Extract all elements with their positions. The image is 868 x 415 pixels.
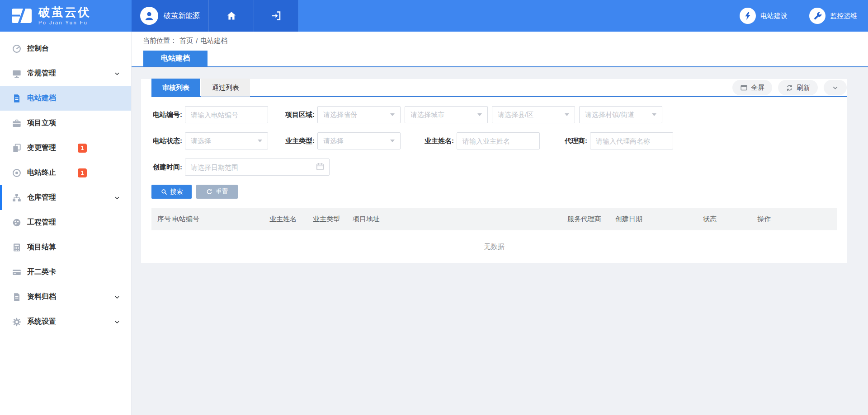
user-icon	[143, 10, 155, 22]
signin-icon	[270, 10, 282, 22]
table-header-cell: 创建日期	[615, 215, 703, 224]
logo-subtitle: Po Jian Yun Fu	[38, 20, 91, 25]
search-icon	[160, 188, 168, 196]
table-header-cell: 项目地址	[353, 215, 567, 224]
filter-form: 电站编号: 项目区域: 请选择省份 请选择城市 请选择县/区	[141, 97, 847, 176]
owner-name-label: 业主姓名:	[423, 137, 454, 145]
topbar-right-nav: 电站建设 监控运维	[740, 0, 868, 32]
sidebar-item-data-archive[interactable]: 资料归档	[0, 284, 131, 309]
refresh-label: 刷新	[797, 84, 810, 92]
city-select-value: 请选择城市	[410, 111, 444, 119]
station-status-value: 请选择	[191, 137, 211, 145]
nav-monitor-ops[interactable]: 监控运维	[809, 8, 857, 24]
sidebar-item-station-terminate[interactable]: 电站终止 1	[0, 160, 131, 185]
tab-review-list[interactable]: 审核列表	[151, 79, 200, 97]
logo-text: 破茧云伏 Po Jian Yun Fu	[38, 6, 91, 25]
chevron-down-icon	[114, 319, 120, 325]
chevron-down-icon	[114, 195, 120, 201]
meter-icon	[12, 218, 22, 228]
table-header-cell: 状态	[703, 215, 757, 224]
lightning-icon	[740, 8, 756, 24]
region-label: 项目区域:	[284, 111, 315, 119]
user-menu[interactable]: 破茧新能源	[132, 0, 209, 32]
refresh-button[interactable]: 刷新	[778, 80, 818, 95]
fullscreen-icon	[740, 84, 748, 92]
fullscreen-button[interactable]: 全屏	[732, 80, 772, 95]
logo-icon	[11, 8, 33, 24]
create-time-label: 创建时间:	[151, 163, 182, 172]
sidebar-item-station-archive[interactable]: 电站建档	[0, 86, 131, 111]
sidebar-item-label: 常规管理	[27, 69, 78, 78]
sidebar-item-warehouse-mgmt[interactable]: 仓库管理	[0, 185, 131, 210]
sidebar-item-open-card[interactable]: 开二类卡	[0, 260, 131, 284]
active-accent-bar	[0, 185, 2, 210]
results-table: 序号 电站编号 业主姓名 业主类型 项目地址 服务代理商 创建日期 状态 操作 …	[151, 208, 837, 263]
breadcrumb-separator: /	[196, 37, 198, 45]
date-range-input[interactable]	[185, 159, 330, 176]
station-status-select[interactable]: 请选择	[185, 132, 268, 149]
caret-down-icon	[258, 140, 262, 142]
sidebar-item-label: 资料归档	[27, 292, 78, 302]
agent-label: 代理商:	[557, 137, 587, 145]
home-icon	[226, 10, 237, 21]
notification-badge: 1	[78, 168, 87, 177]
topbar-dark-section: 破茧新能源	[132, 0, 298, 32]
topbar: 破茧云伏 Po Jian Yun Fu 破茧新能源	[0, 0, 868, 32]
table-header-cell: 业主类型	[313, 215, 353, 224]
sidebar-item-project-initiation[interactable]: 项目立项	[0, 111, 131, 135]
reset-icon	[206, 188, 213, 196]
sidebar-item-change-mgmt[interactable]: 变更管理 1	[0, 135, 131, 160]
sidebar-item-label: 电站建档	[27, 93, 78, 103]
page-tab-station-archive[interactable]: 电站建档	[143, 51, 208, 66]
dashboard-icon	[12, 44, 22, 54]
village-select-value: 请选择村镇/街道	[585, 111, 634, 119]
reset-button-label: 重置	[216, 188, 228, 196]
station-status-label: 电站状态:	[151, 137, 182, 145]
table-header-row: 序号 电站编号 业主姓名 业主类型 项目地址 服务代理商 创建日期 状态 操作	[151, 208, 837, 230]
chevron-down-icon	[114, 294, 120, 300]
owner-name-input[interactable]	[457, 132, 540, 149]
village-select[interactable]: 请选择村镇/街道	[579, 106, 662, 123]
sidebar-item-system-settings[interactable]: 系统设置	[0, 309, 131, 334]
city-select[interactable]: 请选择城市	[405, 106, 488, 123]
breadcrumb-home[interactable]: 首页	[179, 37, 193, 45]
sidebar-item-label: 控制台	[27, 44, 78, 53]
sidebar-item-dashboard[interactable]: 控制台	[0, 36, 131, 61]
search-button[interactable]: 搜索	[151, 185, 192, 199]
main-content: 当前位置： 首页 / 电站建档 电站建档 审核列表 通过列表	[132, 32, 868, 415]
table-header-cell: 业主姓名	[269, 215, 313, 224]
caret-down-icon	[390, 140, 395, 142]
refresh-icon	[786, 84, 793, 92]
nav-station-build-label: 电站建设	[760, 12, 788, 20]
agent-input[interactable]	[590, 132, 673, 149]
caret-down-icon	[652, 113, 656, 116]
tab-passed-list[interactable]: 通过列表	[201, 79, 250, 97]
logo-title: 破茧云伏	[38, 6, 91, 19]
owner-type-value: 请选择	[323, 137, 344, 145]
gear-icon	[12, 317, 22, 327]
table-header-cell: 电站编号	[172, 215, 269, 224]
sidebar-item-general-mgmt[interactable]: 常规管理	[0, 61, 131, 86]
table-header-cell: 序号	[151, 215, 172, 224]
station-archive-panel: 审核列表 通过列表 全屏	[141, 79, 847, 263]
signin-button[interactable]	[254, 0, 298, 32]
calculator-icon	[12, 242, 22, 252]
sidebar-item-project-settlement[interactable]: 项目结算	[0, 235, 131, 260]
form-actions: 搜索 重置	[141, 185, 847, 199]
owner-type-select[interactable]: 请选择	[317, 132, 401, 149]
sidebar-item-engineering-mgmt[interactable]: 工程管理	[0, 210, 131, 235]
breadcrumb-prefix: 当前位置：	[143, 37, 177, 45]
county-select[interactable]: 请选择县/区	[492, 106, 575, 123]
sidebar-item-label: 项目立项	[27, 118, 78, 128]
date-range-field	[185, 159, 330, 176]
table-header-cell: 服务代理商	[567, 215, 615, 224]
station-no-input[interactable]	[185, 106, 268, 123]
province-select[interactable]: 请选择省份	[317, 106, 401, 123]
collapse-button[interactable]	[824, 80, 847, 95]
reset-button[interactable]: 重置	[196, 185, 238, 199]
pages-icon	[12, 143, 22, 153]
archive-icon	[12, 292, 22, 302]
caret-down-icon	[565, 113, 569, 116]
home-button[interactable]	[209, 0, 254, 32]
nav-station-build[interactable]: 电站建设	[740, 8, 788, 24]
